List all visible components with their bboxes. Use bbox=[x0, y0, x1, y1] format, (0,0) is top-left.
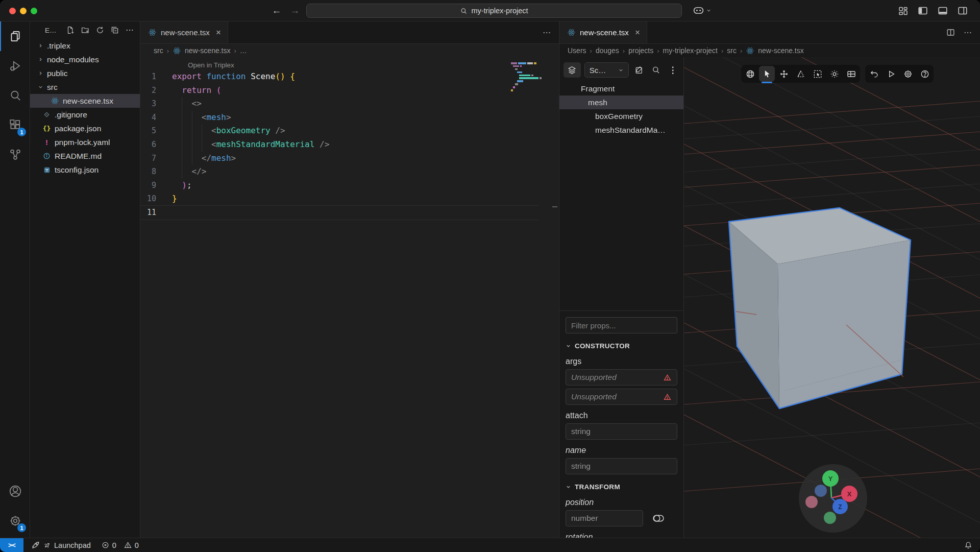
launchpad-status-item[interactable]: Launchpad bbox=[31, 540, 91, 550]
collapse-all-icon[interactable] bbox=[110, 25, 120, 35]
code-line-4[interactable]: 4 <mesh> bbox=[140, 111, 559, 125]
code-line-7[interactable]: 7 </mesh> bbox=[140, 152, 559, 165]
code-editor[interactable]: Open in Triplex 1export function Scene()… bbox=[140, 57, 559, 538]
marquee-select-button[interactable] bbox=[810, 66, 825, 82]
code-lens-open-in-triplex[interactable]: Open in Triplex bbox=[188, 61, 559, 69]
code-line-3[interactable]: 3 <> bbox=[140, 97, 559, 111]
new-folder-icon[interactable] bbox=[80, 25, 90, 35]
more-actions-icon[interactable]: ⋯ bbox=[964, 28, 972, 37]
problems-status-item[interactable]: 0 0 bbox=[101, 541, 139, 549]
copilot-menu[interactable] bbox=[692, 4, 712, 17]
breadcrumb-item[interactable]: new-scene.tsx bbox=[758, 46, 803, 55]
breadcrumb-item[interactable]: projects bbox=[628, 46, 653, 55]
notifications-bell-icon[interactable] bbox=[964, 541, 973, 550]
tree-item-tsconfig-json[interactable]: tsconfig.json bbox=[30, 163, 140, 177]
prop-input-name[interactable]: string bbox=[566, 458, 677, 474]
toggle-panel-icon[interactable] bbox=[937, 5, 949, 17]
scene-viewport[interactable]: Y X Z bbox=[684, 57, 980, 538]
kebab-menu-icon[interactable]: ⋮ bbox=[666, 63, 679, 77]
layers-icon[interactable] bbox=[564, 62, 581, 78]
axis-neg-y-ball[interactable] bbox=[824, 512, 836, 524]
activity-item-accounts[interactable] bbox=[0, 476, 30, 506]
tree-item-package-json[interactable]: {}package.json bbox=[30, 122, 140, 135]
move-button[interactable] bbox=[776, 66, 792, 82]
prop-input-attach[interactable]: string bbox=[566, 423, 677, 440]
tree-item-new-scene-tsx[interactable]: new-scene.tsx bbox=[30, 94, 140, 108]
remote-indicator[interactable]: >< bbox=[0, 538, 23, 552]
activity-item-run-debug[interactable] bbox=[0, 51, 30, 81]
activity-item-triplex[interactable] bbox=[0, 140, 30, 170]
new-file-icon[interactable] bbox=[65, 25, 76, 35]
toggle-primary-sidebar-icon[interactable] bbox=[917, 5, 929, 17]
activity-item-extensions[interactable]: 1 bbox=[0, 110, 30, 140]
tree-item-node-modules[interactable]: node_modules bbox=[30, 53, 140, 66]
activity-item-settings[interactable]: 1 bbox=[0, 506, 30, 536]
more-icon[interactable] bbox=[125, 25, 135, 35]
scene-tree-item-meshstandardma-[interactable]: meshStandardMa… bbox=[559, 123, 683, 137]
camera-grid-button[interactable] bbox=[843, 66, 859, 82]
forward-arrow-icon[interactable]: → bbox=[288, 4, 302, 18]
edit-scene-icon[interactable] bbox=[632, 63, 646, 77]
more-actions-icon[interactable]: ⋯ bbox=[543, 28, 551, 37]
split-editor-icon[interactable] bbox=[946, 28, 955, 37]
breadcrumb-item[interactable]: my-triplex-project bbox=[663, 46, 718, 55]
filter-props-input[interactable]: Filter props... bbox=[566, 317, 677, 333]
axis-neg-z-ball[interactable] bbox=[815, 485, 827, 497]
select-cursor-button[interactable] bbox=[759, 66, 775, 82]
tree-item-public[interactable]: public bbox=[30, 66, 140, 80]
axis-neg-x-ball[interactable] bbox=[805, 496, 818, 508]
minimize-traffic-light[interactable] bbox=[20, 8, 27, 14]
orientation-gizmo[interactable]: Y X Z bbox=[799, 464, 867, 533]
prop-input-position[interactable]: number bbox=[566, 510, 643, 526]
breadcrumb-item[interactable]: … bbox=[240, 46, 247, 55]
close-traffic-light[interactable] bbox=[9, 8, 16, 14]
prop-input-args[interactable]: Unsupported bbox=[566, 389, 677, 405]
code-line-5[interactable]: 5 <boxGeometry /> bbox=[140, 124, 559, 138]
play-button[interactable] bbox=[883, 66, 899, 82]
undo-button[interactable] bbox=[866, 66, 882, 82]
activity-item-explorer[interactable] bbox=[0, 21, 30, 51]
section-header-transform[interactable]: TRANSFORM bbox=[566, 482, 677, 492]
close-tab-icon[interactable]: × bbox=[216, 28, 221, 38]
tree-item-readme-md[interactable]: README.md bbox=[30, 149, 140, 163]
toggle-icon[interactable] bbox=[652, 514, 665, 523]
code-line-9[interactable]: 9 ); bbox=[140, 179, 559, 193]
settings-button[interactable] bbox=[900, 66, 916, 82]
code-line-10[interactable]: 10} bbox=[140, 192, 559, 206]
zoom-traffic-light[interactable] bbox=[31, 8, 37, 14]
code-line-1[interactable]: 1export function Scene() { bbox=[140, 70, 559, 84]
customize-layout-icon[interactable] bbox=[897, 5, 909, 17]
tab-new-scene-tsx[interactable]: new-scene.tsx × bbox=[140, 21, 228, 43]
breadcrumb-item[interactable]: Users bbox=[568, 46, 586, 55]
activity-item-search[interactable] bbox=[0, 81, 30, 110]
scene-tree-item-mesh[interactable]: mesh bbox=[559, 95, 683, 109]
breadcrumb-item[interactable]: douges bbox=[596, 46, 619, 55]
tree-item--triplex[interactable]: .triplex bbox=[30, 39, 140, 53]
command-center-search[interactable]: my-triplex-project bbox=[306, 4, 682, 18]
breadcrumb-item[interactable]: src bbox=[727, 46, 737, 55]
breadcrumb-item[interactable]: src bbox=[154, 46, 163, 55]
breadcrumb[interactable]: src›new-scene.tsx›… bbox=[140, 44, 559, 57]
tree-item--gitignore[interactable]: .gitignore bbox=[30, 108, 140, 122]
scene-tree-item-boxgeometry[interactable]: boxGeometry bbox=[559, 109, 683, 123]
code-line-11[interactable]: 11 bbox=[140, 206, 538, 220]
code-line-2[interactable]: 2 return ( bbox=[140, 84, 559, 98]
section-header-constructor[interactable]: CONSTRUCTOR bbox=[566, 341, 677, 351]
code-line-6[interactable]: 6 <meshStandardMaterial /> bbox=[140, 138, 559, 152]
tree-item-src[interactable]: src bbox=[30, 80, 140, 94]
prop-input-args[interactable]: Unsupported bbox=[566, 369, 677, 386]
tab-triplex-new-scene-tsx[interactable]: new-scene.tsx × bbox=[559, 21, 647, 43]
tree-item-pnpm-lock-yaml[interactable]: !pnpm-lock.yaml bbox=[30, 135, 140, 149]
globe-button[interactable] bbox=[742, 66, 758, 82]
minimap[interactable] bbox=[511, 62, 548, 92]
cone-button[interactable] bbox=[793, 66, 808, 82]
back-arrow-icon[interactable]: ← bbox=[270, 4, 284, 18]
breadcrumb[interactable]: Users›douges›projects›my-triplex-project… bbox=[559, 44, 980, 57]
breadcrumb-item[interactable]: new-scene.tsx bbox=[185, 46, 230, 55]
light-button[interactable] bbox=[826, 66, 842, 82]
search-scene-icon[interactable] bbox=[649, 63, 663, 77]
close-tab-icon[interactable]: × bbox=[635, 28, 640, 38]
code-line-8[interactable]: 8 </> bbox=[140, 165, 559, 179]
help-button[interactable] bbox=[917, 66, 933, 82]
refresh-icon[interactable] bbox=[95, 25, 105, 35]
